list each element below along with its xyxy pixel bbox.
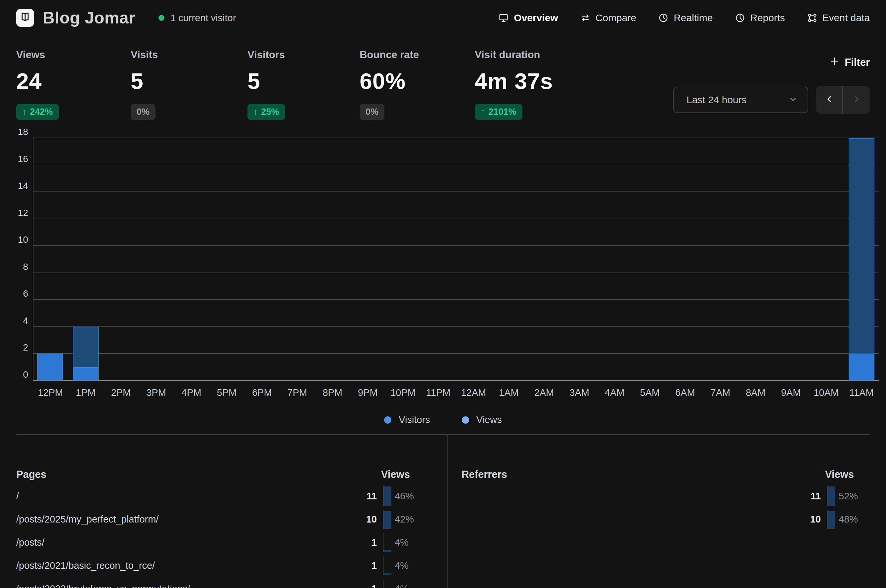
- current-visitors: 1 current visitor: [158, 13, 236, 24]
- stat-change-badge: 0%: [360, 104, 384, 120]
- percent-value: 4%: [395, 560, 408, 571]
- percent-bar: [827, 486, 835, 506]
- clock-icon: [658, 13, 669, 23]
- table-row[interactable]: /posts/ 1 4%: [16, 531, 426, 554]
- chevron-left-icon: [824, 94, 834, 105]
- x-axis-tick-label: 7PM: [279, 387, 315, 398]
- nav-label: Compare: [596, 12, 636, 24]
- percent-cell: 4%: [383, 556, 426, 575]
- x-axis-tick-label: 3PM: [138, 387, 174, 398]
- y-axis-tick-label: 14: [10, 181, 28, 191]
- gridline: [33, 219, 879, 219]
- pages-pct-fill: [383, 486, 391, 506]
- stat-value: 4m 37s: [475, 68, 553, 94]
- gridline: [33, 326, 879, 327]
- page-path[interactable]: /posts/2025/my_perfect_platform/: [16, 514, 354, 525]
- x-axis-tick-label: 6PM: [244, 387, 280, 398]
- page-path[interactable]: /posts/: [16, 537, 354, 548]
- nav-item-realtime[interactable]: Realtime: [658, 12, 713, 24]
- book-icon: [20, 12, 31, 24]
- x-axis-tick-label: 5AM: [632, 387, 668, 398]
- online-status-dot: [158, 15, 164, 21]
- gridline: [33, 299, 879, 300]
- stat-label: Views: [16, 49, 45, 61]
- nav-item-reports[interactable]: Reports: [735, 12, 785, 24]
- stat-value: 24: [16, 68, 42, 94]
- stat-visitors[interactable]: Visitors 5 ↑25%: [248, 49, 360, 120]
- column-divider: [447, 434, 448, 588]
- stat-visit-duration[interactable]: Visit duration 4m 37s ↑2101%: [475, 49, 553, 120]
- percent-value: 42%: [395, 514, 414, 525]
- period-pager: [816, 86, 870, 114]
- nodes-icon: [807, 13, 817, 23]
- views-count: 11: [354, 491, 377, 502]
- percent-value: 52%: [839, 491, 858, 502]
- referrers-views-header: Views: [825, 469, 854, 480]
- y-axis-tick-label: 12: [10, 208, 28, 218]
- percent-bar: [383, 556, 391, 575]
- table-row[interactable]: / 11 46%: [16, 484, 426, 508]
- pages-header: Pages Views: [16, 469, 426, 480]
- percent-value: 46%: [395, 491, 414, 502]
- badge-value: 0%: [137, 107, 150, 117]
- page-path[interactable]: /: [16, 491, 354, 502]
- filter-button[interactable]: Filter: [829, 56, 870, 69]
- table-row[interactable]: /posts/2021/basic_recon_to_rce/ 1 4%: [16, 554, 426, 577]
- x-axis-tick-label: 7AM: [702, 387, 738, 398]
- views-count: 1: [354, 584, 377, 588]
- x-axis-tick-label: 12PM: [32, 387, 68, 398]
- stat-label: Bounce rate: [360, 49, 419, 61]
- page-path[interactable]: /posts/2021/basic_recon_to_rce/: [16, 560, 354, 571]
- referrers-title: Referrers: [461, 469, 825, 480]
- gridline: [33, 353, 879, 354]
- stat-visits[interactable]: Visits 5 0%: [131, 49, 248, 120]
- nav-item-overview[interactable]: Overview: [498, 12, 558, 24]
- percent-bar: [827, 510, 835, 529]
- referrers-header: Referrers Views: [461, 469, 870, 480]
- next-period-button[interactable]: [843, 86, 870, 114]
- stat-change-badge: ↑2101%: [475, 104, 523, 120]
- stat-views[interactable]: Views 24 ↑242%: [16, 49, 131, 120]
- views-count: 1: [354, 560, 377, 571]
- nav-label: Reports: [750, 12, 785, 24]
- percent-value: 4%: [395, 584, 408, 588]
- stat-change-badge: 0%: [131, 104, 156, 120]
- gridline: [33, 165, 879, 165]
- x-axis-tick-label: 1PM: [68, 387, 104, 398]
- referrers-rows: 11 52% 10 48%: [461, 484, 870, 531]
- previous-period-button[interactable]: [816, 86, 843, 114]
- arrow-up-icon: ↑: [481, 107, 485, 117]
- table-row[interactable]: /posts/2025/my_perfect_platform/ 10 42%: [16, 508, 426, 531]
- table-row[interactable]: /posts/2023/bruteforce_vs_permutations/ …: [16, 577, 426, 588]
- y-axis-tick-label: 10: [10, 234, 28, 245]
- page-title: Blog Jomar: [43, 8, 135, 27]
- traffic-bar-chart: 02468101214161812PM1PM2PM3PM4PM5PM6PM7PM…: [33, 138, 879, 381]
- percent-bar: [383, 486, 391, 506]
- stat-value: 60%: [360, 68, 405, 94]
- badge-value: 2101%: [489, 107, 517, 117]
- y-axis-tick-label: 0: [10, 369, 28, 380]
- x-axis-tick-label: 3AM: [562, 387, 597, 398]
- badge-value: 242%: [30, 107, 53, 117]
- stats-row: Views 24 ↑242% Visits 5 0% Visitors 5 ↑2…: [16, 49, 553, 120]
- pie-chart-icon: [735, 13, 745, 23]
- percent-cell: 4%: [383, 579, 426, 588]
- percent-cell: 52%: [827, 486, 870, 506]
- stat-label: Visit duration: [475, 49, 540, 61]
- table-row[interactable]: 10 48%: [461, 508, 870, 531]
- referrers-pct-fill: [827, 511, 835, 529]
- nav-item-compare[interactable]: Compare: [580, 12, 636, 24]
- plus-icon: [829, 56, 839, 69]
- percent-value: 4%: [395, 537, 408, 548]
- chart-bar-visitors: [848, 354, 874, 381]
- nav-item-event-data[interactable]: Event data: [807, 12, 870, 24]
- table-row[interactable]: 11 52%: [461, 484, 870, 508]
- date-range-select[interactable]: Last 24 hours: [673, 87, 808, 113]
- page-path[interactable]: /posts/2023/bruteforce_vs_permutations/: [16, 584, 354, 588]
- compare-arrows-icon: [580, 13, 590, 23]
- x-axis-tick-label: 2PM: [103, 387, 139, 398]
- stat-change-badge: ↑25%: [248, 104, 285, 120]
- percent-bar: [383, 510, 391, 529]
- stat-bounce-rate[interactable]: Bounce rate 60% 0%: [360, 49, 475, 120]
- app-logo[interactable]: [16, 9, 34, 27]
